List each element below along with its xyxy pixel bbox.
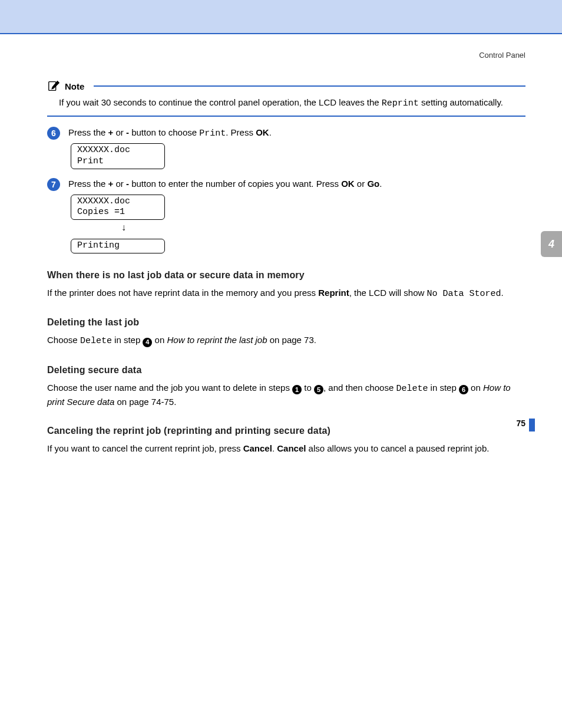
text-mono: Delete xyxy=(80,336,112,346)
text: . xyxy=(269,127,272,137)
text: . Press xyxy=(226,127,256,137)
text-bold: + xyxy=(108,127,114,137)
subheading-cancel: Canceling the reprint job (reprinting an… xyxy=(47,426,525,436)
text: , the LCD will show xyxy=(349,288,427,298)
paragraph: Choose Delete in step 4 on How to reprin… xyxy=(47,334,525,348)
step-ref-badge: 5 xyxy=(314,385,323,394)
text-italic: How to reprint the last job xyxy=(167,335,267,345)
paragraph: If the printer does not have reprint dat… xyxy=(47,286,525,301)
text-bold: Cancel xyxy=(277,443,306,453)
text: on xyxy=(152,335,167,345)
text: setting automatically. xyxy=(419,97,503,107)
step-badge-7: 7 xyxy=(47,178,60,191)
page-body: Control Panel 4 Note If you wait 30 seco… xyxy=(0,34,562,455)
subheading-delete-secure: Deleting secure data xyxy=(47,365,525,375)
content-area: Note If you wait 30 seconds to continue … xyxy=(0,60,562,455)
note-header: Note xyxy=(47,80,525,93)
note-body: If you wait 30 seconds to continue the c… xyxy=(47,93,525,117)
step-7: 7 Press the + or - button to enter the n… xyxy=(47,177,525,191)
arrow-down-icon: ↓ xyxy=(71,220,177,235)
lcd-display: Printing xyxy=(71,239,165,253)
subheading-delete-last: Deleting the last job xyxy=(47,317,525,328)
text: to xyxy=(302,383,314,393)
text: also allows you to cancel a paused repri… xyxy=(306,443,489,453)
note-block: Note If you wait 30 seconds to continue … xyxy=(47,80,525,117)
step-6: 6 Press the + or - button to choose Prin… xyxy=(47,126,525,140)
step-text: Press the + or - button to choose Print.… xyxy=(68,126,272,140)
paragraph: If you want to cancel the current reprin… xyxy=(47,442,525,456)
note-rule xyxy=(94,85,525,87)
text: button to enter the number of copies you… xyxy=(129,179,341,189)
text: on page 74-75. xyxy=(114,397,176,407)
text-bold: Cancel xyxy=(243,443,272,453)
text: , and then choose xyxy=(323,383,396,393)
note-title: Note xyxy=(65,81,89,91)
page-number-bar xyxy=(529,419,535,431)
step-ref-badge: 6 xyxy=(459,385,468,394)
text: If you want to cancel the current reprin… xyxy=(47,443,243,453)
text: on page 73. xyxy=(267,335,316,345)
text: or xyxy=(113,179,126,189)
text: . xyxy=(272,443,277,453)
lcd-display: XXXXXX.doc Print xyxy=(71,143,165,169)
text-bold: OK xyxy=(256,127,269,137)
text-bold: + xyxy=(108,179,114,189)
text: Press the xyxy=(68,127,108,137)
subheading-no-data: When there is no last job data or secure… xyxy=(47,270,525,281)
step-ref-badge: 4 xyxy=(143,338,152,347)
text: or xyxy=(113,127,126,137)
text: . xyxy=(501,288,504,298)
text-bold: Go xyxy=(367,179,379,189)
lcd-display: XXXXXX.doc Copies =1 xyxy=(71,195,165,220)
text: on xyxy=(468,383,483,393)
paragraph: Choose the user name and the job you wan… xyxy=(47,381,525,409)
text-bold: Reprint xyxy=(318,288,349,298)
text: . xyxy=(379,179,382,189)
text-mono: Print xyxy=(199,129,226,139)
step-badge-6: 6 xyxy=(47,127,60,140)
chapter-tab: 4 xyxy=(541,231,562,257)
step-text: Press the + or - button to enter the num… xyxy=(68,177,382,190)
text: in step xyxy=(112,335,143,345)
text: Press the xyxy=(68,179,108,189)
text: Choose the user name and the job you wan… xyxy=(47,383,292,393)
running-header: Control Panel xyxy=(0,34,562,60)
text: If you wait 30 seconds to continue the c… xyxy=(59,97,382,107)
text: button to choose xyxy=(129,127,199,137)
top-bar xyxy=(0,0,562,34)
text-bold: OK xyxy=(341,179,355,189)
text: in step xyxy=(428,383,459,393)
text: Choose xyxy=(47,335,80,345)
text-mono: No Data Stored xyxy=(427,289,501,299)
text: If the printer does not have reprint dat… xyxy=(47,288,318,298)
page-number: 75 xyxy=(516,419,525,428)
text-mono: Delete xyxy=(396,384,428,394)
text-mono: Reprint xyxy=(382,98,419,108)
note-icon xyxy=(47,80,60,93)
step-ref-badge: 1 xyxy=(292,385,302,394)
text: or xyxy=(355,179,368,189)
